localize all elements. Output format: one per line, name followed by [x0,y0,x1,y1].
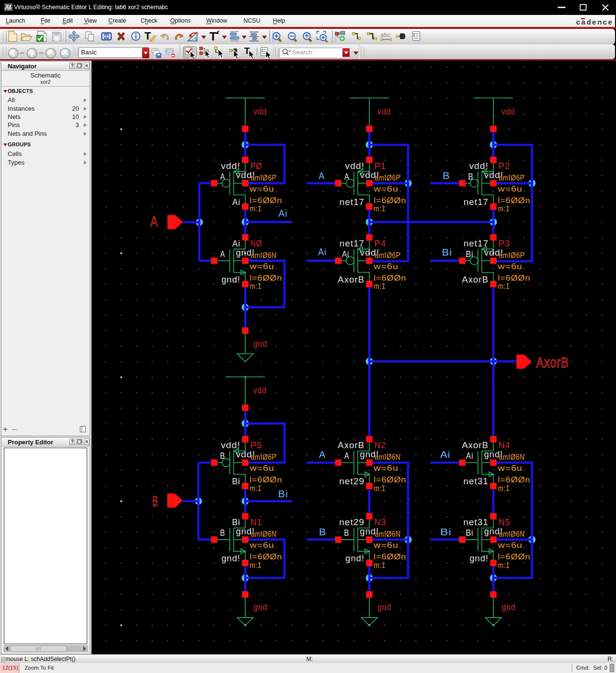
svg-text:B: B [220,528,225,538]
svg-text:Ai: Ai [466,451,473,461]
svg-text:amIØ6N: amIØ6N [251,531,276,539]
svg-text:Ai: Ai [318,246,327,257]
svg-text:NØ: NØ [250,239,262,248]
svg-text:Ai: Ai [278,207,288,219]
svg-text:Ai: Ai [232,197,240,207]
svg-text:P2: P2 [498,161,511,171]
svg-text:T: T [210,30,217,42]
svg-text:w=6u: w=6u [373,542,398,550]
svg-text:B: B [153,494,158,509]
svg-text:gnd!: gnd! [345,554,364,564]
svg-text:net17: net17 [340,197,365,207]
svg-text:P4: P4 [374,239,386,248]
svg-text:A: A [319,449,326,460]
svg-text:net29: net29 [339,518,364,527]
svg-text:l=6ØØn: l=6ØØn [374,274,406,282]
svg-text:gnd!: gnd! [470,554,488,564]
svg-text:w=6u: w=6u [373,465,398,473]
svg-text:vdd: vdd [253,386,266,395]
svg-text:w=6u: w=6u [249,185,274,193]
svg-text:amIØ6N: amIØ6N [375,453,400,462]
svg-text:vdd!: vdd! [221,440,240,450]
svg-text:m:1: m:1 [374,283,385,291]
svg-text:net17: net17 [463,239,488,248]
svg-text:A: A [220,172,225,181]
svg-text:A: A [344,172,349,181]
svg-text:l=6ØØn: l=6ØØn [249,553,282,561]
svg-text:gnd: gnd [253,339,267,349]
svg-text:w=6u: w=6u [249,465,274,473]
svg-text:w=6u: w=6u [497,465,522,473]
svg-text:gnd!: gnd! [222,275,240,285]
svg-text:l=6ØØn: l=6ØØn [249,196,282,205]
svg-text:m:1: m:1 [374,484,385,492]
svg-text:net29: net29 [339,477,364,487]
svg-text:l=6ØØn: l=6ØØn [374,476,406,484]
svg-text:Ai: Ai [342,249,349,259]
svg-text:B: B [344,528,349,538]
svg-text:AxorB: AxorB [338,275,364,285]
svg-text:m:1: m:1 [250,283,262,291]
svg-text:w=6u: w=6u [249,542,274,550]
svg-text:Bi: Bi [232,477,240,487]
svg-text:Bi: Bi [442,246,452,258]
svg-text:w=6u: w=6u [497,262,522,271]
svg-text:Bi: Bi [440,527,452,538]
svg-text:m:1: m:1 [374,561,385,569]
svg-text:P3: P3 [498,239,511,248]
svg-text:gnd: gnd [501,602,515,612]
svg-text:Bi: Bi [278,488,288,499]
svg-text:net17: net17 [463,197,488,207]
svg-text:P5: P5 [250,440,262,450]
svg-text:net31: net31 [463,477,488,487]
svg-text:l=6ØØn: l=6ØØn [498,476,530,484]
svg-text:amIØ6P: amIØ6P [375,251,400,259]
svg-text:amIØ6N: amIØ6N [499,453,524,462]
svg-text:vdd!: vdd! [469,161,488,171]
svg-text:B: B [443,170,450,181]
svg-text:vdd: vdd [501,107,514,116]
svg-text:AxorB: AxorB [462,440,488,450]
svg-text:w=6u: w=6u [249,262,274,271]
svg-text:m:1: m:1 [250,484,262,492]
svg-text:m:1: m:1 [250,205,262,213]
svg-text:AxorB: AxorB [338,440,364,450]
svg-text:N3: N3 [374,518,386,527]
svg-text:vdd: vdd [378,107,391,116]
svg-text:l=6ØØn: l=6ØØn [374,553,406,561]
svg-text:amIØ6N: amIØ6N [375,531,400,539]
svg-text:l=6ØØn: l=6ØØn [249,274,282,282]
svg-text:AxorB: AxorB [462,275,488,285]
svg-text:AxorB: AxorB [536,355,569,370]
svg-text:Ai: Ai [232,239,240,248]
svg-text:A: A [319,170,325,181]
svg-text:vdd!: vdd! [221,161,240,171]
svg-text:B: B [468,172,473,181]
svg-text:amIØ6P: amIØ6P [499,251,524,259]
svg-text:vdd: vdd [253,107,266,116]
svg-text:Ai: Ai [440,449,450,460]
svg-text:amIØ6N: amIØ6N [499,531,524,539]
svg-text:l=6ØØn: l=6ØØn [374,196,406,205]
svg-text:N5: N5 [498,518,511,527]
svg-text:Bi: Bi [232,518,240,527]
svg-text:w=6u: w=6u [373,185,398,193]
svg-text:PØ: PØ [250,161,262,171]
svg-text:w=6u: w=6u [497,542,522,550]
svg-text:net17: net17 [340,239,365,248]
svg-text:P1: P1 [374,161,386,171]
svg-text:m:1: m:1 [250,561,262,569]
svg-text:net31: net31 [463,518,488,527]
svg-text:A: A [150,214,158,229]
svg-text:N2: N2 [374,440,386,450]
svg-text:m:1: m:1 [498,205,510,213]
svg-text:Bi: Bi [466,528,473,538]
svg-text:l=6ØØn: l=6ØØn [498,553,530,561]
svg-text:amIØ6P: amIØ6P [375,174,400,182]
svg-text:N1: N1 [250,518,262,527]
svg-text:w=6u: w=6u [373,262,398,271]
svg-text:N4: N4 [498,440,511,450]
svg-text:m:1: m:1 [498,561,510,569]
svg-text:m:1: m:1 [498,283,510,291]
svg-text:gnd!: gnd! [222,554,240,564]
